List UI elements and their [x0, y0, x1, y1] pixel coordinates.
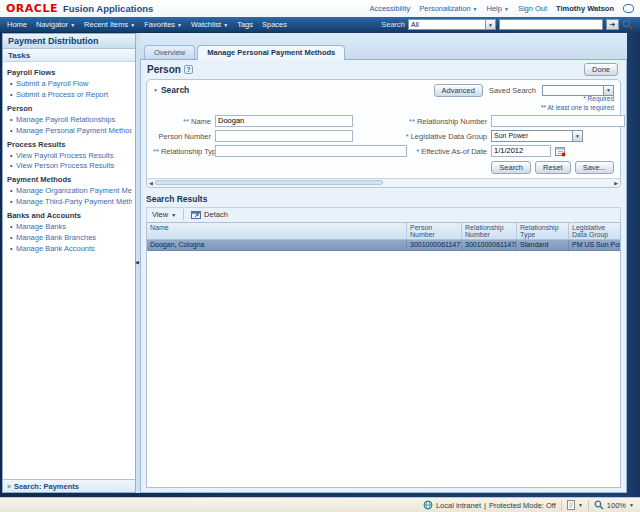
relationship-number-field[interactable] — [491, 115, 625, 127]
advanced-button[interactable]: Advanced — [434, 84, 483, 97]
task-link-view-payroll-process-results[interactable]: •View Payroll Process Results — [7, 151, 132, 162]
column-header-relationship-number[interactable]: Relationship Number — [462, 223, 517, 239]
search-panel-title: Search — [161, 85, 189, 95]
horizontal-scrollbar[interactable]: ◀ ▶ — [147, 178, 620, 187]
effective-date-field[interactable] — [491, 145, 551, 157]
bullet-icon: • — [10, 79, 12, 89]
results-table: Name Person Number Relationship Number R… — [146, 222, 621, 488]
main-area: Payment Distribution Tasks Payroll Flows… — [0, 32, 640, 497]
detach-button[interactable]: Detach — [191, 210, 228, 219]
advanced-search-icon[interactable] — [622, 19, 633, 30]
collapse-sidebar-icon[interactable]: ◀ — [135, 259, 139, 265]
chevron-down-icon: ▼ — [223, 22, 228, 28]
person-number-field[interactable] — [215, 130, 353, 142]
search-button[interactable]: Search — [491, 161, 531, 174]
scrollbar-thumb[interactable] — [155, 180, 383, 185]
tasks-list: Payroll Flows •Submit a Payroll Flow •Su… — [3, 62, 135, 479]
save-button[interactable]: Save... — [575, 161, 614, 174]
task-link-manage-payroll-relationships[interactable]: •Manage Payroll Relationships — [7, 115, 132, 126]
search-results-section: Search Results View▼ Detach — [146, 192, 621, 488]
effective-date-label: * Effective As-of Date — [353, 145, 487, 156]
person-number-label: Person Number — [153, 130, 211, 141]
help-menu[interactable]: Help▼ — [487, 4, 509, 13]
task-link-manage-banks[interactable]: •Manage Banks — [7, 222, 132, 233]
results-table-header: Name Person Number Relationship Number R… — [147, 223, 620, 240]
global-navbar: Home Navigator▼ Recent Items▼ Favorites▼… — [0, 17, 640, 32]
search-input[interactable] — [499, 19, 603, 30]
relationship-number-label: ** Relationship Number — [353, 115, 487, 126]
bullet-icon: • — [10, 115, 12, 125]
nav-home[interactable]: Home — [7, 20, 27, 29]
task-link-manage-bank-accounts[interactable]: •Manage Bank Accounts — [7, 244, 132, 255]
legislative-data-group-select[interactable]: Sun Power ▼ — [491, 130, 583, 142]
bullet-icon: • — [10, 197, 12, 207]
search-go-button[interactable]: ➜ — [606, 19, 619, 30]
accessibility-link[interactable]: Accessibility — [369, 4, 410, 13]
chevron-down-icon: ▼ — [473, 6, 478, 12]
name-field[interactable] — [215, 115, 353, 127]
section-title-payroll-flows: Payroll Flows — [7, 68, 132, 77]
help-icon[interactable]: ? — [184, 65, 193, 74]
zoom-control[interactable]: 100% ▼ — [594, 500, 634, 510]
column-header-legislative-data-group[interactable]: Legislative Data Group — [569, 223, 620, 239]
page-title: Person — [147, 64, 181, 75]
column-header-name[interactable]: Name — [147, 223, 407, 239]
bullet-icon: • — [10, 222, 12, 232]
tab-manage-personal-payment-methods[interactable]: Manage Personal Payment Methods — [197, 45, 345, 60]
column-header-relationship-type[interactable]: Relationship Type — [517, 223, 569, 239]
search-scope-select[interactable]: All ▼ — [408, 19, 496, 30]
bullet-icon: • — [10, 90, 12, 100]
reset-button[interactable]: Reset — [535, 161, 571, 174]
view-menu[interactable]: View▼ — [152, 210, 176, 219]
global-links: Accessibility Personalization▼ Help▼ Sig… — [369, 4, 634, 13]
legislative-data-group-label: * Legislative Data Group — [353, 130, 487, 141]
nav-recent-items[interactable]: Recent Items▼ — [84, 20, 135, 29]
person-panel: Person ? Done ▼ Search Advanced Saved Se… — [140, 60, 627, 493]
search-payments-collapsed-panel[interactable]: » Search: Payments — [3, 479, 135, 492]
sign-out-link[interactable]: Sign Out — [518, 4, 547, 13]
branding-bar: ORACLE Fusion Applications Accessibility… — [0, 0, 640, 17]
tasks-header: Tasks — [3, 49, 135, 62]
chevron-down-icon: ▼ — [130, 22, 135, 28]
chevron-down-icon: ▼ — [573, 130, 583, 142]
security-zone: Local intranet | Protected Mode: Off — [423, 500, 556, 510]
chevron-down-icon: ▼ — [171, 212, 176, 218]
task-link-view-person-process-results[interactable]: •View Person Process Results — [7, 161, 132, 172]
toolbar-separator — [183, 209, 184, 220]
task-link-manage-organization-payment-methods[interactable]: •Manage Organization Payment Methods — [7, 186, 132, 197]
browser-statusbar: Local intranet | Protected Mode: Off ▼ 1… — [0, 497, 640, 512]
cell-relationship-number: 300100006114789 — [462, 240, 517, 250]
column-header-person-number[interactable]: Person Number — [407, 223, 462, 239]
bullet-icon: • — [10, 244, 12, 254]
sidebar-title: Payment Distribution — [3, 34, 135, 49]
scroll-right-icon[interactable]: ▶ — [614, 180, 618, 186]
scroll-left-icon[interactable]: ◀ — [149, 180, 153, 186]
task-link-manage-bank-branches[interactable]: •Manage Bank Branches — [7, 233, 132, 244]
section-title-person: Person — [7, 104, 132, 113]
tab-overview[interactable]: Overview — [144, 45, 195, 59]
section-title-payment-methods: Payment Methods — [7, 175, 132, 184]
regional-sidebar: Payment Distribution Tasks Payroll Flows… — [2, 33, 136, 493]
chevron-down-icon: ▼ — [486, 19, 496, 30]
logged-in-user: Timothy Watson — [556, 4, 614, 13]
nav-navigator[interactable]: Navigator▼ — [36, 20, 75, 29]
saved-search-select[interactable]: ▼ — [542, 85, 614, 96]
page-options[interactable]: ▼ — [567, 500, 583, 510]
personalization-menu[interactable]: Personalization▼ — [419, 4, 477, 13]
nav-tags[interactable]: Tags — [237, 20, 253, 29]
table-row[interactable]: Doogan, Cologna 300100006114775 30010000… — [147, 240, 620, 251]
task-link-submit-payroll-flow[interactable]: •Submit a Payroll Flow — [7, 79, 132, 90]
nav-favorites[interactable]: Favorites▼ — [144, 20, 182, 29]
user-avatar-icon[interactable] — [623, 4, 634, 13]
sidebar-splitter[interactable]: ◀ — [136, 33, 140, 493]
task-link-submit-process-report[interactable]: •Submit a Process or Report — [7, 90, 132, 101]
page-header: Person ? Done — [141, 60, 626, 78]
calendar-icon[interactable] — [555, 146, 566, 157]
done-button[interactable]: Done — [584, 63, 618, 76]
task-link-manage-personal-payment-methods[interactable]: •Manage Personal Payment Methods — [7, 126, 132, 137]
task-link-manage-third-party-payment-methods[interactable]: •Manage Third-Party Payment Methods — [7, 197, 132, 208]
cell-person-number: 300100006114775 — [407, 240, 462, 250]
nav-spaces[interactable]: Spaces — [262, 20, 287, 29]
collapse-search-icon[interactable]: ▼ — [153, 87, 158, 93]
nav-watchlist[interactable]: Watchlist▼ — [191, 20, 228, 29]
